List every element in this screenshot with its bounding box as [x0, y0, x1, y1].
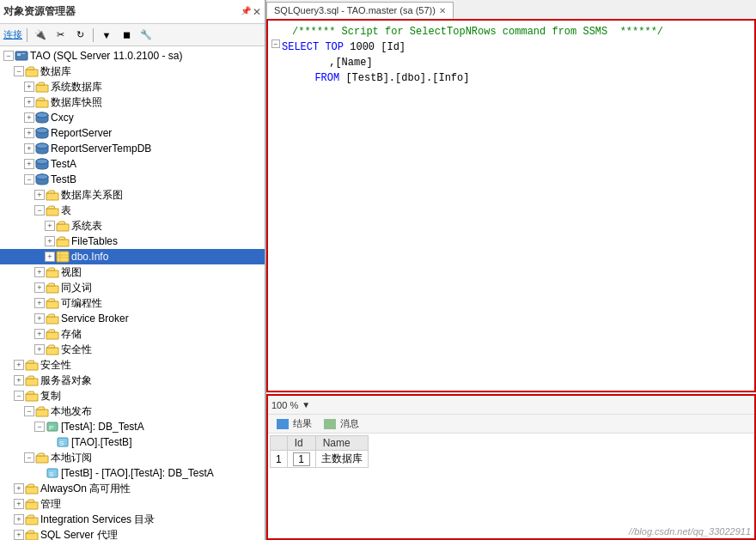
- tree-node-management[interactable]: + 管理: [0, 496, 265, 512]
- expander-programmability[interactable]: +: [34, 298, 45, 308]
- expander-sql-agent[interactable]: +: [14, 530, 24, 540]
- tree-node-testb[interactable]: − TestB: [0, 172, 265, 187]
- tree-node-reportservertempdb[interactable]: + ReportServerTempDB: [0, 141, 265, 156]
- expander-filetables[interactable]: +: [45, 236, 55, 246]
- expander-storage[interactable]: +: [34, 329, 45, 339]
- query-tab-bar: SQLQuery3.sql - TAO.master (sa (57)) ✕: [266, 0, 756, 19]
- expander-databases[interactable]: −: [14, 66, 24, 76]
- expander-replication[interactable]: −: [14, 391, 24, 401]
- tree-node-local-sub[interactable]: − 本地订阅: [0, 450, 265, 465]
- svg-point-4: [36, 112, 48, 118]
- expander-testb[interactable]: −: [24, 174, 34, 185]
- tree-node-testb-sub[interactable]: S [TestB] - [TAO].[TestA]: DB_TestA: [0, 465, 265, 481]
- results-tab-grid[interactable]: 结果: [271, 416, 317, 431]
- expander-tables[interactable]: −: [34, 205, 45, 215]
- expander-reportservertempdb[interactable]: +: [24, 143, 34, 154]
- toolbar-btn-new[interactable]: 🔌: [32, 27, 49, 43]
- tree-node-databases[interactable]: − 数据库: [0, 64, 265, 79]
- expander-local-sub[interactable]: −: [24, 452, 34, 463]
- expander-server-security[interactable]: +: [14, 360, 24, 370]
- expander-reportserver[interactable]: +: [24, 128, 34, 138]
- tree-node-replication[interactable]: − 复制: [0, 388, 265, 403]
- expander-inner-security[interactable]: +: [34, 344, 45, 355]
- tree-node-tao-testb[interactable]: S [TAO].[TestB]: [0, 434, 265, 450]
- toolbar-btn-refresh[interactable]: ↻: [71, 27, 88, 43]
- tree-node-reportserver[interactable]: + ReportServer: [0, 125, 265, 141]
- tree-node-cxcy[interactable]: + Cxcy: [0, 110, 265, 125]
- reportserver-label: ReportServer: [51, 127, 112, 139]
- results-tab-msg[interactable]: 消息: [319, 416, 364, 431]
- tree-node-sql-agent[interactable]: + SQL Server 代理: [0, 527, 265, 540]
- msg-tab-icon: [324, 419, 336, 429]
- close-panel-icon[interactable]: ✕: [253, 6, 261, 18]
- query-editor[interactable]: /****** Script for SelectTopNRows comman…: [266, 19, 756, 392]
- expander-diagrams[interactable]: +: [34, 190, 45, 200]
- local-pub-label: 本地发布: [51, 404, 92, 419]
- tree-node-integration-services[interactable]: + Integration Services 目录: [0, 512, 265, 527]
- svg-point-6: [36, 128, 48, 133]
- expander-cxcy[interactable]: +: [24, 112, 34, 123]
- expander-snapshots[interactable]: +: [24, 97, 34, 107]
- tree-node-server-security[interactable]: + 安全性: [0, 357, 265, 373]
- storage-label: 存储: [61, 327, 82, 342]
- expander-service-broker[interactable]: +: [34, 313, 45, 324]
- tree-node-alwayson[interactable]: + AlwaysOn 高可用性: [0, 481, 265, 496]
- expander-synonyms[interactable]: +: [34, 282, 45, 293]
- query-tab[interactable]: SQLQuery3.sql - TAO.master (sa (57)) ✕: [266, 2, 454, 19]
- toolbar-btn-stop[interactable]: ◼: [118, 27, 135, 43]
- tree-node-server[interactable]: − TAO (SQL Server 11.0.2100 - sa): [0, 48, 265, 64]
- toolbar-btn-filter[interactable]: ▼: [98, 27, 115, 43]
- filetables-icon: [56, 235, 70, 247]
- messages-tab-label: 消息: [340, 417, 359, 430]
- tree-node-dbo-info[interactable]: + dbo.Info: [0, 249, 265, 264]
- toolbar-btn-disconnect[interactable]: ✂: [52, 27, 69, 43]
- expander-testa[interactable]: +: [24, 159, 34, 169]
- tree-node-system-dbs[interactable]: + 系统数据库: [0, 79, 265, 94]
- expander-management[interactable]: +: [14, 499, 24, 509]
- col-header-name: Name: [315, 436, 368, 451]
- expander-system-tables[interactable]: +: [45, 221, 55, 231]
- local-sub-icon: [35, 452, 49, 464]
- query-tab-close[interactable]: ✕: [439, 6, 446, 15]
- tree-node-filetables[interactable]: + FileTables: [0, 234, 265, 249]
- tree-node-testa[interactable]: + TestA: [0, 156, 265, 172]
- tree-node-tables[interactable]: − 表: [0, 203, 265, 218]
- inner-security-label: 安全性: [61, 343, 92, 357]
- expander-views[interactable]: +: [34, 267, 45, 277]
- results-container: 100 % ▼ 结果 消息: [266, 394, 756, 540]
- tree-node-views[interactable]: + 视图: [0, 264, 265, 280]
- toolbar-btn-props[interactable]: 🔧: [137, 27, 155, 43]
- tree-node-synonyms[interactable]: + 同义词: [0, 280, 265, 295]
- expander-local-pub[interactable]: −: [24, 406, 34, 416]
- server-objects-label: 服务器对象: [40, 373, 92, 388]
- expander-integration-services[interactable]: +: [14, 514, 24, 525]
- tree-node-system-tables[interactable]: + 系统表: [0, 218, 265, 234]
- tree-node-service-broker[interactable]: + Service Broker: [0, 311, 265, 326]
- expander-server-objects[interactable]: +: [14, 375, 24, 385]
- server-objects-icon: [25, 374, 39, 386]
- expander-system-dbs[interactable]: +: [24, 82, 34, 92]
- tree-node-local-pub[interactable]: − 本地发布: [0, 403, 265, 419]
- tables-label: 表: [61, 203, 71, 218]
- tree-node-inner-security[interactable]: + 安全性: [0, 342, 265, 357]
- zoom-dropdown[interactable]: ▼: [302, 400, 310, 410]
- testa-pub-label: [TestA]: DB_TestA: [61, 421, 144, 433]
- code-1000: 1000: [344, 39, 381, 55]
- expander-server[interactable]: −: [3, 51, 14, 61]
- expander-alwayson[interactable]: +: [14, 483, 24, 494]
- svg-text:P: P: [49, 424, 53, 432]
- connect-label[interactable]: 连接: [3, 28, 22, 41]
- tree-node-testa-pub[interactable]: − P [TestA]: DB_TestA: [0, 419, 265, 434]
- pin-icon[interactable]: 📌: [241, 6, 251, 18]
- collapse-btn[interactable]: −: [271, 39, 280, 48]
- query-tab-label: SQLQuery3.sql - TAO.master (sa (57)): [274, 5, 436, 15]
- expander-dbo-info[interactable]: +: [45, 252, 55, 262]
- tree-node-storage[interactable]: + 存储: [0, 326, 265, 342]
- tree-node-programmability[interactable]: + 可编程性: [0, 295, 265, 311]
- expander-testa-pub[interactable]: −: [34, 422, 45, 432]
- filetables-label: FileTables: [71, 235, 118, 247]
- tree-node-snapshots[interactable]: + 数据库快照: [0, 94, 265, 110]
- tree-node-server-objects[interactable]: + 服务器对象: [0, 373, 265, 388]
- sql-agent-icon: [25, 529, 39, 540]
- tree-node-diagrams[interactable]: + 数据库关系图: [0, 187, 265, 203]
